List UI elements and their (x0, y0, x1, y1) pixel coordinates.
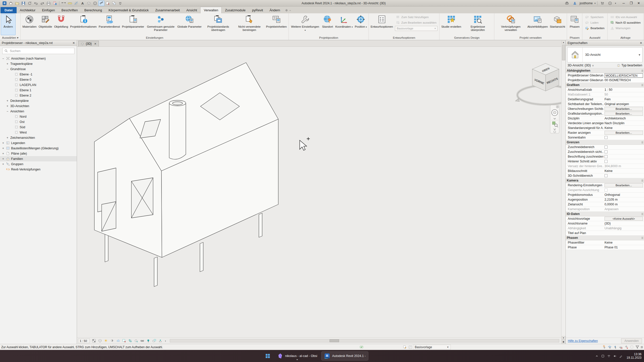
expander-icon[interactable]: + (2, 141, 5, 145)
tab-körpermodell-grundstück[interactable]: Körpermodell & Grundstück (105, 7, 152, 13)
expander-icon[interactable]: − (2, 57, 5, 60)
section-phasen[interactable]: Phasen (566, 236, 644, 240)
drag-elements-on-selection-toggle[interactable] (623, 345, 629, 350)
section-grafiken[interactable]: Grafiken (566, 83, 644, 87)
property-value[interactable] (603, 160, 644, 163)
print-button[interactable] (46, 1, 52, 6)
view-tab-3d[interactable]: {3D} ✕ (78, 41, 99, 47)
select-elements-by-face-toggle[interactable] (618, 345, 623, 350)
tree-item-west[interactable]: West (0, 130, 77, 135)
tab-einfügen[interactable]: Einfügen (39, 7, 58, 13)
property-value[interactable]: Phase 01 (603, 246, 644, 249)
measure-button[interactable] (67, 1, 73, 6)
help-menu-chevron-icon[interactable]: ▾ (615, 2, 616, 5)
koordinaten-button[interactable]: Koordinaten ▾ (334, 14, 354, 35)
tree-item-bauteillisten-mengen-gliederung[interactable]: +Bauteillisten/Mengen (Gliederung) (0, 146, 77, 151)
projektinformationen-button[interactable]: Projektinformationen (69, 14, 98, 35)
studie-erstellen-button[interactable]: Studie erstellen (440, 14, 462, 35)
properties-help-link[interactable]: Hilfe zu Eigenschaften (568, 339, 598, 343)
section-grenzen[interactable]: Grenzen (566, 140, 644, 145)
undo-button[interactable] (33, 1, 39, 6)
property-value[interactable]: 0,0000 m (603, 203, 644, 206)
sphere-button[interactable] (92, 1, 98, 6)
tree-item-legenden[interactable]: +Legenden (0, 140, 77, 146)
edit-button[interactable]: <Keine Auswahl> (605, 217, 643, 221)
property-value[interactable]: Orthogonal (603, 193, 644, 197)
property-value[interactable] (603, 155, 644, 158)
startansicht-button[interactable]: Startansicht (549, 14, 566, 35)
reveal-hidden-elements-button[interactable] (139, 338, 145, 343)
apply-button[interactable]: Anwenden (621, 338, 642, 343)
checkbox[interactable] (605, 155, 608, 158)
globale-parameter-button[interactable]: Globale Parameter (176, 14, 203, 35)
tree-item-ansichten-nach-namen[interactable]: −Ansichten (nach Namen) (0, 56, 77, 61)
dimension-button[interactable] (73, 1, 79, 6)
tree-item-ebene-1[interactable]: Ebene -1 (0, 72, 77, 77)
property-input-selected[interactable]: MODELLIERSICHTEN (605, 73, 643, 78)
search-input[interactable]: Suchen (2, 48, 74, 54)
weitere-einstellungen-button[interactable]: Weitere Einstellungen ▾ (290, 14, 321, 35)
objektfang-button[interactable]: Objektfang (53, 14, 69, 35)
tree-item-pläne-alle[interactable]: +Pläne (alle) (0, 151, 77, 156)
drawing-area[interactable]: OBEN VORNE RECHTS (77, 47, 561, 337)
switch-windows-button[interactable] (111, 1, 117, 6)
speichern-button[interactable]: Speichern (584, 15, 606, 19)
tray-box-icon[interactable] (601, 354, 605, 358)
reveal-constraints-button[interactable] (157, 338, 163, 343)
scroll-down-icon[interactable]: ▼ (562, 336, 566, 340)
entwurfsoptionen-button[interactable]: Entwurfsoptionen (370, 14, 394, 35)
modify-button[interactable]: Ändern (1, 14, 16, 35)
select-underlay-elements-toggle[interactable] (607, 345, 612, 350)
tray-chevron-icon[interactable] (595, 354, 599, 358)
sun-path-button[interactable] (103, 338, 109, 343)
sync-button[interactable] (27, 1, 33, 6)
expander-icon[interactable]: + (2, 152, 5, 155)
close-button[interactable]: ✕ (635, 1, 642, 6)
projektparameter-button[interactable]: Projektparameter (121, 14, 145, 35)
tab-architektur[interactable]: Architektur (17, 7, 39, 13)
tree-item-ansichten[interactable]: −Ansichten (0, 109, 77, 114)
parameterdienst-button[interactable]: Parameterdienst (98, 14, 121, 35)
ergebnisse-überprüfen-button[interactable]: Ergebnisse überprüfen (462, 14, 493, 35)
open-button[interactable] (14, 1, 20, 6)
redo-button[interactable] (39, 1, 45, 6)
bearbeiten-button[interactable]: Bearbeiten (584, 26, 606, 30)
property-value[interactable]: Keine (603, 241, 644, 244)
warnungen-button[interactable]: Warnungen (609, 26, 642, 30)
tab-beschriften[interactable]: Beschriften (58, 7, 81, 13)
temporary-hide-isolate-button[interactable] (145, 338, 151, 343)
property-value[interactable] (603, 136, 644, 139)
tree-item-gruppen[interactable]: +Gruppen (0, 161, 77, 167)
tree-item-tragwerkspläne[interactable]: +Tragwerkspläne (0, 61, 77, 66)
collapse-viewbar-button[interactable]: ‹ (164, 338, 168, 343)
close-icon[interactable]: ✕ (72, 41, 75, 45)
type-selector[interactable]: 3D-Ansicht ▼ (567, 47, 642, 62)
property-value[interactable]: 00 ISOMETRISCH (603, 78, 644, 82)
design-option-combo[interactable]: Basisvorlage▼ (413, 345, 451, 349)
horizontal-scrollbar[interactable] (170, 339, 559, 342)
restore-button[interactable]: ❐ (627, 1, 635, 6)
search-button[interactable] (564, 1, 570, 6)
property-value[interactable] (603, 174, 644, 177)
tab-ansicht[interactable]: Ansicht (183, 7, 200, 13)
scrollbar-thumb[interactable] (330, 339, 339, 342)
taskbar-app-nikolaus-al-cad-obsi[interactable]: nikolaus - al-cad - Obsi (274, 352, 320, 360)
checkbox[interactable] (605, 136, 608, 139)
tab-datei[interactable]: Datei (1, 7, 17, 13)
property-value[interactable]: {3D} (603, 222, 644, 225)
revit-logo-button[interactable]: R (2, 1, 8, 6)
projektstandards-übertragen-button[interactable]: Projektstandards übertragen (203, 14, 234, 35)
expander-icon[interactable]: + (6, 62, 9, 66)
tab-zusatzmodule[interactable]: Zusatzmodule (222, 7, 249, 13)
tree-item-süd[interactable]: Süd (0, 124, 77, 130)
tree-item-deckenpläne[interactable]: +Deckenpläne (0, 98, 77, 103)
tag-button[interactable] (52, 1, 58, 6)
property-value[interactable]: Nach Disziplin (603, 121, 644, 125)
scrollbar-extra-icon[interactable]: ▣ (562, 340, 566, 344)
instance-label[interactable]: 3D-Ansicht: {3D} (568, 64, 591, 67)
taskbar-app-autodesk-revit-2024-1[interactable]: RAutodesk Revit 2024.1 - (321, 351, 368, 360)
active-option-edit-button[interactable] (402, 345, 408, 350)
project-browser-header[interactable]: Projektbrowser - nikolaus_step2a.rvt ✕ (0, 40, 77, 46)
property-value[interactable]: 1 : 50 (603, 88, 644, 92)
phasen-button[interactable]: Phasen (568, 14, 581, 35)
